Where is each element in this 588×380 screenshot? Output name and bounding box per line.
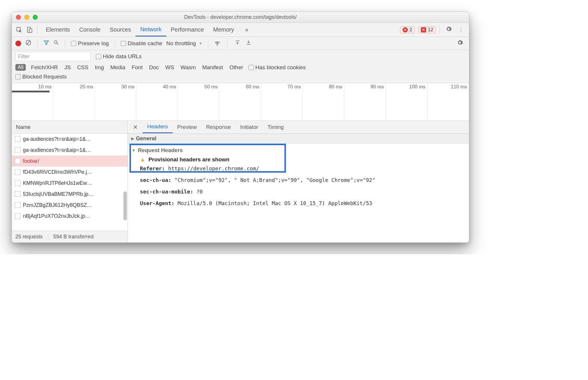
- network-split: Name ga-audiences?t=sr&aip=1&…ga-audienc…: [12, 121, 469, 242]
- filter-type-ws[interactable]: WS: [165, 64, 174, 71]
- warning-icon: ▲: [140, 156, 145, 162]
- record-button[interactable]: [15, 41, 21, 46]
- close-detail-icon[interactable]: ✕: [130, 124, 141, 131]
- export-har-icon[interactable]: [246, 40, 251, 47]
- request-headers-section[interactable]: ▼Request Headers: [132, 146, 465, 156]
- filter-type-doc[interactable]: Doc: [149, 64, 159, 71]
- tab-memory[interactable]: Memory: [209, 23, 239, 36]
- arrow-right-icon: ▶: [131, 136, 134, 141]
- file-icon: [15, 147, 21, 153]
- request-name: ga-audiences?t=sr&aip=1&…: [23, 136, 91, 142]
- detail-tab-response[interactable]: Response: [201, 121, 235, 133]
- detail-tab-preview[interactable]: Preview: [173, 121, 202, 133]
- preserve-log-checkbox[interactable]: Preserve log: [71, 40, 109, 47]
- timeline-tick: 20 ms: [54, 83, 95, 91]
- request-row[interactable]: KMNWpnRJTP6eHJs1wEw…: [12, 178, 127, 189]
- request-name: KMNWpnRJTP6eHJs1wEw…: [23, 180, 92, 186]
- more-menu-icon[interactable]: ⋮: [456, 26, 466, 33]
- scrollbar-thumb[interactable]: [123, 191, 127, 220]
- errors-count: 2: [410, 27, 412, 33]
- request-name: ga-audiences?t=sr&aip=1&…: [23, 147, 91, 153]
- tab-sources[interactable]: Sources: [105, 23, 136, 36]
- timeline-tick: 90 ms: [344, 83, 386, 91]
- request-row[interactable]: ga-audiences?t=sr&aip=1&…: [12, 134, 127, 145]
- general-section-header[interactable]: ▶General: [128, 134, 469, 144]
- provisional-warning: ▲ Provisional headers are shown: [132, 156, 465, 163]
- timeline-tick: 40 ms: [137, 83, 178, 91]
- header-row: User-Agent: Mozilla/5.0 (Macintosh; Inte…: [132, 198, 465, 209]
- devtools-window: DevTools - developer.chrome.com/tags/dev…: [12, 12, 469, 243]
- request-detail-panel: ✕ HeadersPreviewResponseInitiatorTiming …: [128, 121, 469, 242]
- filter-type-other[interactable]: Other: [229, 64, 243, 71]
- search-icon[interactable]: [53, 40, 59, 47]
- request-list[interactable]: ga-audiences?t=sr&aip=1&…ga-audiences?t=…: [12, 134, 127, 231]
- request-row[interactable]: 53IuclsjUVBaBME7MPRb.jp…: [12, 189, 127, 200]
- file-icon: [15, 158, 21, 164]
- request-row[interactable]: ga-audiences?t=sr&aip=1&…: [12, 145, 127, 156]
- titlebar: DevTools - developer.chrome.com/tags/dev…: [12, 12, 469, 23]
- arrow-down-icon: ▼: [132, 148, 136, 153]
- filter-all[interactable]: All: [15, 64, 26, 71]
- hide-data-urls-checkbox[interactable]: Hide data URLs: [96, 53, 142, 60]
- request-name: nBjAqf1PuX7O2nvJbJck.jp…: [23, 213, 90, 219]
- request-list-panel: Name ga-audiences?t=sr&aip=1&…ga-audienc…: [12, 121, 128, 242]
- request-row[interactable]: foobar/: [12, 156, 127, 167]
- issues-badge[interactable]: ✕12: [418, 26, 436, 33]
- header-row: sec-ch-ua-mobile: ?0: [132, 186, 465, 198]
- filter-type-wasm[interactable]: Wasm: [180, 64, 196, 71]
- request-row[interactable]: nBjAqf1PuX7O2nvJbJck.jp…: [12, 211, 127, 222]
- timeline-tick: 100 ms: [386, 83, 427, 91]
- file-icon: [15, 191, 21, 197]
- inspect-icon[interactable]: [15, 27, 23, 33]
- svg-point-7: [217, 45, 218, 45]
- device-toggle-icon[interactable]: [25, 27, 34, 33]
- detail-tab-timing[interactable]: Timing: [263, 121, 288, 133]
- blocked-requests-checkbox[interactable]: Blocked Requests: [15, 74, 67, 80]
- detail-tab-initiator[interactable]: Initiator: [235, 121, 263, 133]
- file-icon: [15, 180, 21, 186]
- timeline-tick: 80 ms: [303, 83, 344, 91]
- tab-elements[interactable]: Elements: [41, 23, 74, 36]
- disable-cache-checkbox[interactable]: Disable cache: [121, 40, 162, 47]
- network-toolbar: Preserve log Disable cache No throttling…: [12, 37, 469, 50]
- network-settings-icon[interactable]: [454, 39, 465, 47]
- chevron-down-icon: ▼: [199, 41, 202, 45]
- error-icon: ✕: [403, 27, 408, 32]
- svg-line-6: [57, 43, 59, 45]
- transferred-size: 594 B transferred: [53, 234, 94, 240]
- request-row[interactable]: PzmJZBgZBJ612Hy8QBSZ…: [12, 200, 127, 211]
- svg-rect-2: [29, 29, 32, 32]
- filter-type-css[interactable]: CSS: [77, 64, 88, 71]
- network-conditions-icon[interactable]: [214, 39, 220, 47]
- errors-badge[interactable]: ✕2: [400, 26, 415, 33]
- settings-gear-icon[interactable]: [443, 26, 454, 34]
- header-row: sec-ch-ua: "Chromium";v="92", " Not A;Br…: [132, 174, 465, 186]
- blocked-cookies-checkbox[interactable]: Has blocked cookies: [249, 64, 306, 71]
- main-tabs: ElementsConsoleSourcesNetworkPerformance…: [12, 23, 469, 37]
- detail-tab-headers[interactable]: Headers: [143, 121, 173, 133]
- tab-network[interactable]: Network: [136, 23, 166, 36]
- filter-type-font[interactable]: Font: [132, 64, 143, 71]
- tab-performance[interactable]: Performance: [166, 23, 209, 36]
- list-header-name[interactable]: Name: [12, 121, 127, 134]
- import-har-icon[interactable]: [235, 40, 240, 47]
- file-icon: [15, 213, 21, 219]
- filter-type-js[interactable]: JS: [64, 64, 71, 71]
- timeline-tick: 70 ms: [261, 83, 303, 91]
- throttling-select[interactable]: No throttling▼: [166, 40, 202, 47]
- svg-line-4: [27, 41, 30, 44]
- filter-type-img[interactable]: Img: [95, 64, 104, 71]
- detail-tabs: ✕ HeadersPreviewResponseInitiatorTiming: [128, 121, 469, 134]
- filter-type-manifest[interactable]: Manifest: [202, 64, 223, 71]
- request-row[interactable]: fD43v6RiVCDlmo3WhVPe.j…: [12, 167, 127, 178]
- timeline-tick: 50 ms: [178, 83, 220, 91]
- filter-toggle-icon[interactable]: [43, 40, 49, 47]
- timeline[interactable]: 10 ms20 ms30 ms40 ms50 ms60 ms70 ms80 ms…: [12, 83, 469, 121]
- filter-type-media[interactable]: Media: [110, 64, 125, 71]
- clear-icon[interactable]: [25, 39, 32, 47]
- timeline-tick: 10 ms: [12, 83, 54, 91]
- filter-type-fetchxhr[interactable]: Fetch/XHR: [31, 64, 58, 71]
- tab-console[interactable]: Console: [74, 23, 105, 36]
- more-tabs-button[interactable]: »: [240, 23, 253, 36]
- filter-input[interactable]: Filter: [15, 52, 91, 61]
